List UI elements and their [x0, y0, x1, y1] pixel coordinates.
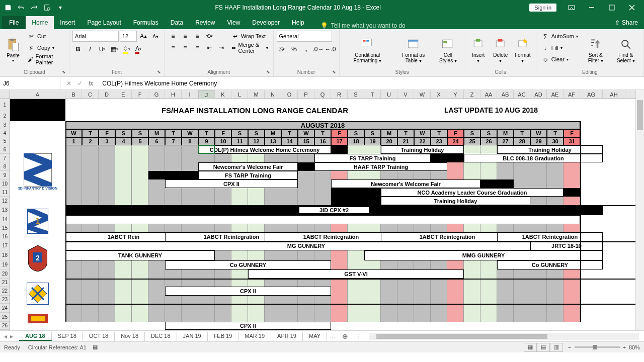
border-icon[interactable]: ▦▾	[109, 44, 120, 55]
col-header[interactable]: P	[298, 90, 314, 99]
add-sheet-button[interactable]: ⊕	[338, 332, 352, 340]
sheet-tab[interactable]: DEC 18	[145, 332, 177, 341]
col-header[interactable]: D	[99, 90, 115, 99]
col-header[interactable]: V	[397, 90, 414, 99]
select-all-corner[interactable]	[0, 90, 10, 99]
dec-decimal-icon[interactable]: ←.0	[325, 44, 336, 55]
sort-filter-button[interactable]: Sort & Filter ▾	[582, 31, 609, 69]
event-e2[interactable]: Training Holiday	[381, 145, 464, 154]
event-e16[interactable]: 1ABCT Reintegration	[265, 232, 397, 241]
tab-view[interactable]: View	[221, 16, 247, 29]
accounting-icon[interactable]: $▾	[277, 44, 288, 55]
page-break-view-icon[interactable]: ▥	[550, 343, 563, 352]
row-header[interactable]: 22	[0, 287, 10, 296]
event-e14[interactable]: 1ABCT Rein	[65, 232, 182, 241]
dow-cell[interactable]: T	[314, 129, 331, 137]
number-format-select[interactable]	[277, 31, 332, 42]
event-e8[interactable]: FS TARP Training	[198, 171, 298, 179]
dow-cell[interactable]: S	[464, 129, 480, 137]
grow-font-icon[interactable]: A▴	[138, 31, 149, 42]
dow-cell[interactable]: W	[414, 129, 431, 137]
dow-cell[interactable]: F	[331, 129, 348, 137]
day-cell[interactable]: 7	[165, 137, 182, 145]
dow-cell[interactable]: T	[397, 129, 414, 137]
day-cell[interactable]: 16	[314, 137, 331, 145]
insert-cells-button[interactable]: Insert▾	[468, 31, 489, 69]
dow-cell[interactable]: M	[381, 129, 397, 137]
col-header[interactable]: Y	[447, 90, 464, 99]
col-header[interactable]: U	[381, 90, 397, 99]
copy-button[interactable]: ⎘Copy▾	[25, 42, 66, 53]
day-cell[interactable]: 24	[447, 137, 464, 145]
row-header[interactable]: 15	[0, 224, 10, 232]
bold-icon[interactable]: B	[72, 44, 84, 55]
wrap-text-button[interactable]: ↩Wrap Text	[229, 31, 270, 42]
day-cell[interactable]: 21	[397, 137, 414, 145]
row-header[interactable]: 24	[0, 304, 10, 313]
day-cell[interactable]: 13	[265, 137, 281, 145]
page-layout-view-icon[interactable]: ▤	[537, 343, 550, 352]
horizontal-scrollbar[interactable]	[369, 333, 639, 340]
row-header[interactable]: 14	[0, 215, 10, 224]
event-e19[interactable]: MG GUNNERY	[65, 241, 547, 250]
row-header[interactable]: 9	[0, 171, 10, 179]
inc-decimal-icon[interactable]: .0→	[313, 44, 324, 55]
col-header[interactable]: AE	[547, 90, 564, 99]
ribbon-options-icon[interactable]	[561, 1, 582, 14]
dow-cell[interactable]: M	[497, 129, 514, 137]
dow-cell[interactable]: S	[364, 129, 381, 137]
event-e25[interactable]: GST V-VI	[248, 269, 464, 279]
day-cell[interactable]: 30	[547, 137, 564, 145]
dow-cell[interactable]: T	[165, 129, 182, 137]
event-e12[interactable]: Training Holiday	[381, 197, 530, 205]
sheet-tab[interactable]: AUG 18	[19, 332, 52, 341]
col-header[interactable]: AF	[564, 90, 580, 99]
dow-cell[interactable]: F	[215, 129, 231, 137]
row-header[interactable]: 18	[0, 250, 10, 260]
event-e11[interactable]: NCO Academy Leader Course Graduation	[381, 188, 564, 197]
day-cell[interactable]: 10	[215, 137, 231, 145]
file-tab[interactable]: File	[2, 16, 26, 29]
day-cell[interactable]: 29	[530, 137, 547, 145]
tab-data[interactable]: Data	[165, 16, 189, 29]
clipboard-launcher[interactable]: ⬊	[62, 69, 68, 75]
day-cell[interactable]: 18	[348, 137, 364, 145]
row-header[interactable]: 6	[0, 145, 10, 154]
dow-cell[interactable]: T	[514, 129, 530, 137]
align-right-icon[interactable]: ≡	[192, 42, 203, 53]
sheet-tab[interactable]: FEB 19	[208, 332, 239, 341]
row-header[interactable]: 12	[0, 197, 10, 205]
day-cell[interactable]: 3	[99, 137, 115, 145]
format-as-table-button[interactable]: Format as Table ▾	[394, 31, 432, 69]
italic-icon[interactable]: I	[85, 44, 96, 55]
font-name-input[interactable]	[72, 31, 119, 42]
day-cell[interactable]: 31	[564, 137, 580, 145]
event-e1[interactable]: COL(P) Hilmes Welcome Home Ceremony	[198, 145, 331, 154]
dow-cell[interactable]: T	[198, 129, 215, 137]
col-header[interactable]: H	[165, 90, 182, 99]
event-e22[interactable]: MMG GUNNERY	[364, 250, 603, 260]
grid-area[interactable]: ABCDEFGHIJKLMNOPQRSTUVWXYZAAABACADAEAFAG…	[0, 90, 644, 330]
row-header[interactable]: 26	[0, 322, 10, 330]
day-cell[interactable]: 15	[298, 137, 314, 145]
zoom-level[interactable]: 80%	[629, 344, 640, 350]
zoom-in-icon[interactable]: +	[623, 344, 626, 350]
col-header[interactable]: C	[82, 90, 99, 99]
col-header[interactable]: G	[148, 90, 165, 99]
col-header[interactable]: AA	[480, 90, 497, 99]
orientation-icon[interactable]: ⟲▾	[204, 31, 215, 42]
dow-cell[interactable]: F	[447, 129, 464, 137]
cell-styles-button[interactable]: Cell Styles ▾	[434, 31, 462, 69]
row-header[interactable]: 21	[0, 279, 10, 287]
col-header[interactable]: A	[10, 90, 65, 99]
row-header[interactable]: 16	[0, 232, 10, 241]
col-header[interactable]: AG	[580, 90, 603, 99]
share-button[interactable]: ⇧Share	[609, 16, 644, 29]
tab-nav-next[interactable]: ▸	[9, 333, 14, 340]
col-header[interactable]: E	[115, 90, 132, 99]
col-header[interactable]: F	[132, 90, 148, 99]
align-left-icon[interactable]: ≡	[168, 42, 179, 53]
day-cell[interactable]: 20	[381, 137, 397, 145]
row-header[interactable]: 4	[0, 129, 10, 137]
comma-icon[interactable]: ,	[301, 44, 312, 55]
